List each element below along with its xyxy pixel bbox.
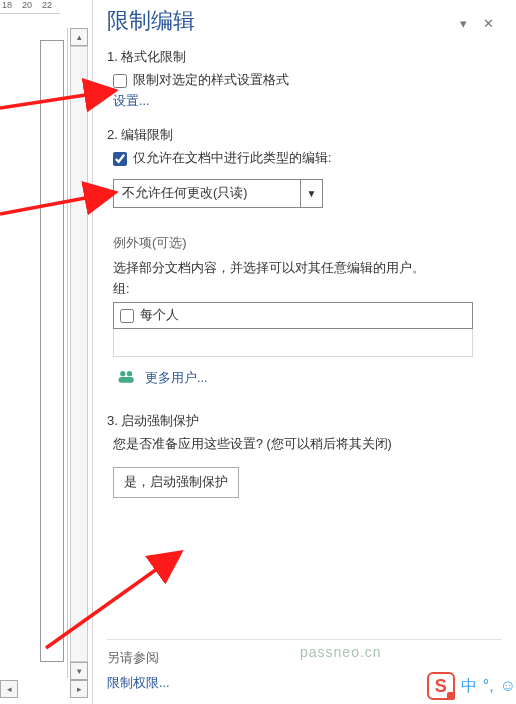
editing-type-value: 不允许任何更改(只读) <box>114 180 300 207</box>
section-1-title: 1. 格式化限制 <box>107 48 502 66</box>
start-enforcement-button[interactable]: 是，启动强制保护 <box>113 467 239 498</box>
group-label: 组: <box>113 281 502 298</box>
pane-title: 限制编辑 <box>107 4 452 42</box>
limit-formatting-label: 限制对选定的样式设置格式 <box>133 72 289 89</box>
svg-point-0 <box>120 371 125 376</box>
section-3-title: 3. 启动强制保护 <box>107 412 502 430</box>
ime-toolbar[interactable]: S 中 °, ☺ <box>427 672 516 700</box>
users-icon <box>117 369 137 388</box>
editing-type-select[interactable]: 不允许任何更改(只读) ▼ <box>113 179 323 208</box>
ruler: 18 20 22 <box>0 0 60 14</box>
group-list-frame <box>113 329 473 357</box>
pane-header: 限制编辑 ▾ ✕ <box>107 4 502 42</box>
ime-lang[interactable]: 中 <box>461 676 477 697</box>
ime-face-icon[interactable]: ☺ <box>500 677 516 695</box>
scroll-up-button[interactable]: ▴ <box>70 28 88 46</box>
svg-rect-2 <box>119 377 134 383</box>
settings-link[interactable]: 设置... <box>113 93 149 110</box>
enforce-text: 您是否准备应用这些设置? (您可以稍后将其关闭) <box>113 436 502 453</box>
see-also-title: 另请参阅 <box>107 650 502 667</box>
group-everyone-label: 每个人 <box>140 307 179 324</box>
more-users-link[interactable]: 更多用户... <box>145 370 207 387</box>
group-everyone-checkbox[interactable] <box>120 309 134 323</box>
scroll-left-button[interactable]: ◂ <box>0 680 18 698</box>
ruler-mark: 18 <box>2 0 12 10</box>
document-area: ▴ ▾ ◂ ▸ <box>0 14 92 702</box>
scroll-down-button[interactable]: ▾ <box>70 662 88 680</box>
pane-close-button[interactable]: ✕ <box>475 12 502 35</box>
allow-editing-label: 仅允许在文档中进行此类型的编辑: <box>133 150 331 167</box>
ruler-mark: 20 <box>22 0 32 10</box>
vertical-scrollbar[interactable] <box>70 46 88 662</box>
pane-options-button[interactable]: ▾ <box>452 12 475 35</box>
restrict-editing-pane: 限制编辑 ▾ ✕ 1. 格式化限制 限制对选定的样式设置格式 设置... 2. … <box>92 0 516 704</box>
exceptions-text: 选择部分文档内容，并选择可以对其任意编辑的用户。 <box>113 260 502 277</box>
restrict-permission-link[interactable]: 限制权限... <box>107 676 169 690</box>
page <box>40 40 64 662</box>
chevron-down-icon: ▼ <box>300 180 322 207</box>
scroll-right-button[interactable]: ▸ <box>70 680 88 698</box>
allow-editing-checkbox[interactable] <box>113 152 127 166</box>
limit-formatting-checkbox[interactable] <box>113 74 127 88</box>
exceptions-title: 例外项(可选) <box>113 234 502 252</box>
ruler-mark: 22 <box>42 0 52 10</box>
svg-point-1 <box>127 371 132 376</box>
group-everyone-row[interactable]: 每个人 <box>113 302 473 329</box>
section-2-title: 2. 编辑限制 <box>107 126 502 144</box>
ime-logo-icon[interactable]: S <box>427 672 455 700</box>
ime-punct[interactable]: °, <box>483 677 494 695</box>
